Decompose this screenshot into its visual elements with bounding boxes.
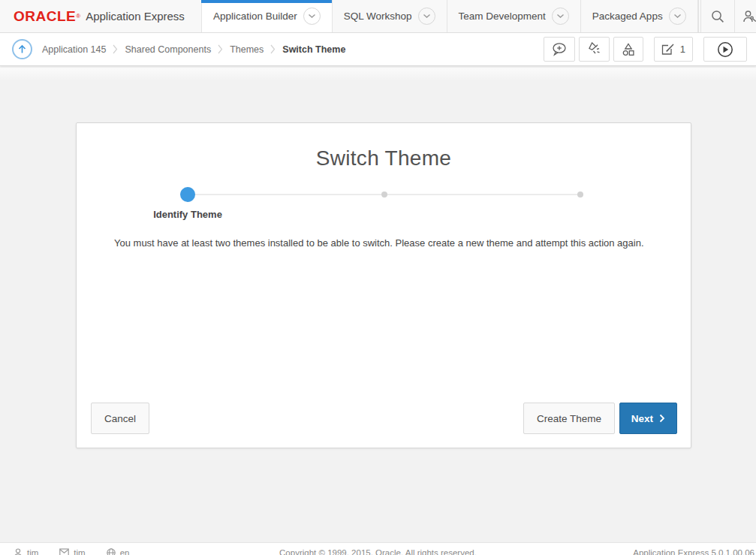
shapes-icon bbox=[621, 42, 636, 57]
wizard-step-2-dot bbox=[381, 192, 387, 198]
globe-icon bbox=[107, 548, 116, 555]
oracle-apex-logo[interactable]: ORACLE® Application Express bbox=[0, 0, 201, 32]
wizard-active-step-label: Identify Theme bbox=[153, 209, 222, 220]
breadcrumb-themes[interactable]: Themes bbox=[230, 44, 264, 55]
wizard-title: Switch Theme bbox=[77, 123, 691, 170]
chevron-down-icon[interactable] bbox=[669, 8, 686, 25]
footer-language: en bbox=[107, 548, 130, 555]
cancel-button[interactable]: Cancel bbox=[91, 403, 149, 434]
wizard-step-3-dot bbox=[577, 192, 583, 198]
footer-user: tim bbox=[14, 548, 38, 555]
feedback-button[interactable] bbox=[544, 37, 575, 62]
page-body: Switch Theme Identify Theme You must hav… bbox=[0, 68, 756, 542]
page-toolbar: 1 bbox=[544, 37, 747, 62]
top-navigation-bar: ORACLE® Application Express Application … bbox=[0, 0, 756, 33]
breadcrumb-separator-icon bbox=[113, 44, 118, 55]
tab-label: Application Builder bbox=[213, 11, 297, 22]
chevron-down-icon[interactable] bbox=[552, 8, 569, 25]
breadcrumb-separator-icon bbox=[270, 44, 276, 55]
breadcrumb-separator-icon bbox=[218, 44, 223, 55]
tab-application-builder[interactable]: Application Builder bbox=[201, 0, 332, 32]
tab-packaged-apps[interactable]: Packaged Apps bbox=[580, 0, 698, 32]
breadcrumb-switch-theme: Switch Theme bbox=[282, 44, 345, 55]
up-level-button[interactable] bbox=[12, 39, 32, 59]
breadcrumb-shared-components[interactable]: Shared Components bbox=[125, 44, 211, 55]
search-button[interactable] bbox=[701, 0, 734, 32]
top-bar-utility-icons: ? bbox=[698, 0, 756, 32]
run-application-button[interactable] bbox=[703, 37, 747, 62]
spotlight-search-button[interactable] bbox=[579, 37, 610, 62]
chevron-down-icon[interactable] bbox=[303, 8, 321, 25]
switch-theme-wizard-card: Switch Theme Identify Theme You must hav… bbox=[76, 122, 691, 448]
breadcrumb-application-145[interactable]: Application 145 bbox=[42, 44, 106, 55]
next-button-label: Next bbox=[631, 413, 653, 424]
main-tabs: Application Builder SQL Workshop Team De… bbox=[201, 0, 698, 32]
admin-wrench-icon bbox=[742, 10, 756, 23]
footer-row: tim tim en Copyright © 1999, 2015, Oracl bbox=[0, 543, 756, 555]
chevron-right-icon bbox=[659, 414, 665, 423]
user-icon bbox=[14, 548, 23, 555]
footer-workspace: tim bbox=[59, 548, 85, 555]
footer-user-name: tim bbox=[27, 548, 38, 555]
tab-label: SQL Workshop bbox=[344, 11, 412, 22]
shared-components-button[interactable] bbox=[613, 37, 643, 62]
oracle-wordmark: ORACLE bbox=[14, 8, 76, 25]
feedback-bubble-icon bbox=[551, 42, 568, 56]
footer-language-code: en bbox=[120, 548, 130, 555]
next-button[interactable]: Next bbox=[619, 403, 677, 434]
breadcrumb: Application 145 Shared Components Themes… bbox=[42, 44, 345, 55]
tab-label: Team Development bbox=[459, 11, 546, 22]
wizard-step-1-dot bbox=[180, 187, 195, 202]
create-theme-button[interactable]: Create Theme bbox=[523, 403, 615, 434]
search-icon bbox=[710, 9, 725, 24]
administration-menu-button[interactable] bbox=[734, 0, 756, 32]
play-icon bbox=[717, 41, 733, 58]
chevron-down-icon[interactable] bbox=[418, 8, 435, 25]
breadcrumb-bar: Application 145 Shared Components Themes… bbox=[0, 33, 756, 66]
arrow-up-icon bbox=[17, 44, 27, 54]
edit-pencil-icon bbox=[661, 43, 675, 56]
edit-page-number: 1 bbox=[680, 44, 685, 55]
registered-mark: ® bbox=[76, 13, 80, 20]
envelope-icon bbox=[59, 548, 69, 555]
tab-team-development[interactable]: Team Development bbox=[447, 0, 580, 32]
footer-workspace-name: tim bbox=[74, 548, 85, 555]
flashlight-icon bbox=[586, 42, 602, 57]
page-footer: tim tim en Copyright © 1999, 2015, Oracl bbox=[0, 542, 756, 555]
edit-page-button[interactable]: 1 bbox=[654, 37, 693, 62]
footer-copyright: Copyright © 1999, 2015, Oracle. All righ… bbox=[279, 548, 477, 555]
wizard-message: You must have at least two themes instal… bbox=[114, 237, 668, 249]
tab-sql-workshop[interactable]: SQL Workshop bbox=[332, 0, 447, 32]
tab-label: Packaged Apps bbox=[592, 11, 663, 22]
footer-version: Application Express 5.0.1.00.06 bbox=[633, 548, 756, 555]
product-name: Application Express bbox=[86, 10, 185, 23]
